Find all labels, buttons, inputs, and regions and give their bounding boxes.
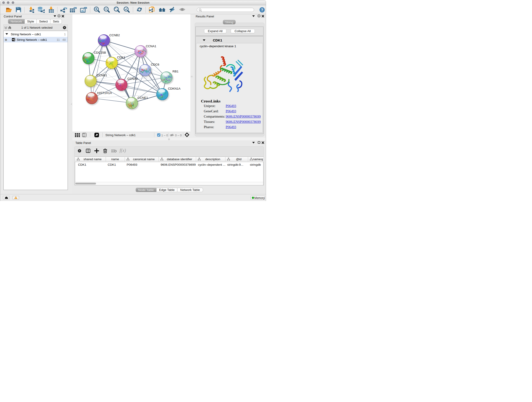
svg-text:CCNB1: CCNB1: [96, 74, 107, 77]
svg-text:CCNE1: CCNE1: [138, 96, 148, 99]
svg-text:CCNA2: CCNA2: [127, 77, 138, 80]
svg-text:?: ?: [261, 8, 263, 12]
svg-text:CCNB2: CCNB2: [109, 33, 120, 37]
svg-text:CDKN1A: CDKN1A: [168, 87, 180, 90]
svg-text:HIST1H1A: HIST1H1A: [97, 91, 112, 95]
svg-text:CCNA1: CCNA1: [146, 45, 156, 48]
svg-text:CDC25B: CDC25B: [94, 51, 106, 54]
svg-text:CDK1: CDK1: [117, 56, 125, 59]
svg-text:RB1: RB1: [172, 70, 178, 73]
svg-text:CDC6: CDC6: [151, 63, 159, 66]
